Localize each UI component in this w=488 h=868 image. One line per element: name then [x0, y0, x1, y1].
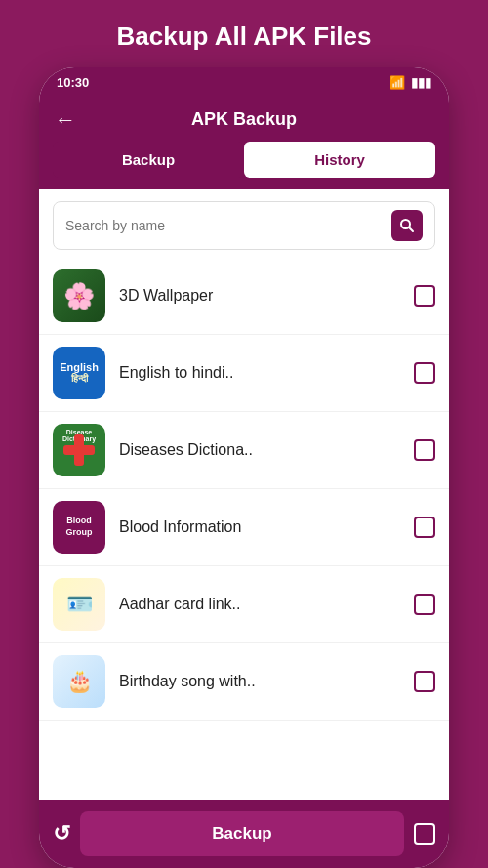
content-area: 🌸 3D Wallpaper English हिन्दी English to… — [39, 189, 449, 800]
list-item: BloodGroup Blood Information — [39, 489, 449, 566]
app-icon-disease: DiseaseDictionary — [53, 424, 105, 476]
app-name-birthday: Birthday song with.. — [119, 673, 414, 690]
app-header: ← APK Backup — [39, 98, 449, 142]
backup-button[interactable]: Backup — [80, 811, 404, 856]
search-icon — [399, 218, 415, 233]
checkbox-wallpaper[interactable] — [414, 285, 435, 307]
checkbox-disease[interactable] — [414, 439, 435, 461]
page-title: Backup All APK Files — [97, 0, 390, 67]
tab-history[interactable]: History — [244, 142, 435, 178]
phone-frame: 10:30 📶 ▮▮▮ ← APK Backup Backup History — [39, 67, 449, 868]
app-icon-aadhar: 🪪 — [53, 578, 105, 631]
checkbox-birthday[interactable] — [414, 671, 435, 692]
svg-line-1 — [409, 227, 413, 231]
footer-bar: ↺ Backup — [39, 800, 449, 868]
status-bar: 10:30 📶 ▮▮▮ — [39, 67, 449, 98]
list-item: 🎂 Birthday song with.. — [39, 643, 449, 721]
search-button[interactable] — [391, 210, 423, 241]
app-icon-birthday: 🎂 — [53, 655, 105, 708]
app-name-english: English to hindi.. — [119, 364, 414, 382]
app-name-blood: Blood Information — [119, 518, 414, 536]
app-list: 🌸 3D Wallpaper English हिन्दी English to… — [39, 258, 449, 800]
checkbox-blood[interactable] — [414, 517, 435, 538]
list-item: English हिन्दी English to hindi.. — [39, 335, 449, 412]
checkbox-aadhar[interactable] — [414, 594, 435, 615]
search-input[interactable] — [65, 218, 391, 233]
app-icon-english: English हिन्दी — [53, 347, 105, 399]
list-item: 🌸 3D Wallpaper — [39, 258, 449, 335]
checkbox-english[interactable] — [414, 362, 435, 384]
status-time: 10:30 — [57, 75, 89, 90]
list-item: 🪪 Aadhar card link.. — [39, 566, 449, 643]
app-name-disease: Diseases Dictiona.. — [119, 441, 414, 459]
app-header-title: APK Backup — [191, 109, 297, 130]
app-icon-blood: BloodGroup — [53, 501, 105, 554]
app-name-aadhar: Aadhar card link.. — [119, 596, 414, 613]
list-item: DiseaseDictionary Diseases Dictiona.. — [39, 412, 449, 489]
footer-checkbox[interactable] — [414, 823, 435, 845]
tabs-container: Backup History — [39, 142, 449, 189]
app-name-wallpaper: 3D Wallpaper — [119, 287, 414, 305]
app-icon-wallpaper: 🌸 — [53, 269, 105, 322]
search-bar — [53, 201, 435, 250]
wifi-icon: 📶 — [389, 75, 405, 90]
back-button[interactable]: ← — [55, 107, 76, 133]
refresh-button[interactable]: ↺ — [53, 821, 70, 847]
tab-backup[interactable]: Backup — [53, 142, 244, 178]
status-icons: 📶 ▮▮▮ — [389, 75, 431, 90]
battery-icon: ▮▮▮ — [411, 75, 431, 90]
